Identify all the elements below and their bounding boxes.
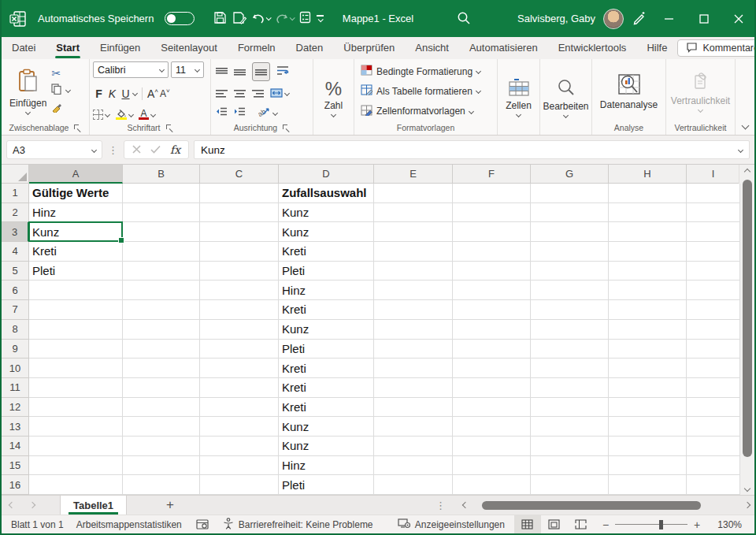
cell-F1[interactable] <box>453 184 531 203</box>
merge-center-button[interactable] <box>270 87 289 101</box>
macro-record-icon[interactable] <box>191 515 213 534</box>
cell-B5[interactable] <box>123 262 200 281</box>
font-color-button[interactable]: A <box>139 110 155 121</box>
cell-E16[interactable] <box>374 475 453 495</box>
align-bottom-button[interactable] <box>252 62 270 81</box>
cell-H13[interactable] <box>609 417 687 437</box>
cell-D12[interactable]: Kreti <box>279 398 374 418</box>
cell-B8[interactable] <box>123 320 200 340</box>
cell-A13[interactable] <box>29 417 123 437</box>
undo-button[interactable] <box>252 13 270 24</box>
font-size-select[interactable]: 11 <box>171 61 204 78</box>
cell-E11[interactable] <box>374 378 453 398</box>
row-header-6[interactable]: 6 <box>2 281 29 300</box>
clipboard-dialog-launcher[interactable] <box>73 124 81 132</box>
save-icon[interactable] <box>213 11 227 27</box>
font-dialog-launcher[interactable] <box>165 124 173 132</box>
cell-C13[interactable] <box>200 417 279 437</box>
cell-B4[interactable] <box>123 242 200 262</box>
cell-C9[interactable] <box>200 340 279 359</box>
decrease-font-button[interactable]: A˅ <box>160 87 170 99</box>
cell-G5[interactable] <box>531 262 609 281</box>
cell-E2[interactable] <box>374 203 453 223</box>
cell-G9[interactable] <box>531 340 609 359</box>
cell-I16[interactable] <box>687 475 740 495</box>
cell-D11[interactable]: Kreti <box>279 378 374 398</box>
cell-F8[interactable] <box>453 320 531 340</box>
cell-C15[interactable] <box>200 456 279 476</box>
borders-button[interactable] <box>93 110 109 120</box>
cell-C1[interactable] <box>200 184 279 203</box>
vertical-scroll-thumb[interactable] <box>743 180 752 457</box>
cell-B14[interactable] <box>123 437 200 456</box>
cell-F4[interactable] <box>453 242 531 262</box>
row-header-8[interactable]: 8 <box>2 320 29 340</box>
align-top-button[interactable] <box>216 67 228 76</box>
row-header-4[interactable]: 4 <box>2 242 29 262</box>
cell-E5[interactable] <box>374 262 453 281</box>
cell-H2[interactable] <box>609 203 687 223</box>
underline-button[interactable]: U <box>120 87 132 100</box>
cell-I7[interactable] <box>687 300 740 320</box>
cell-A10[interactable] <box>29 359 123 378</box>
cell-E1[interactable] <box>374 184 453 203</box>
column-header-A[interactable]: A <box>29 165 123 184</box>
data-analysis-button[interactable]: Datenanalyse <box>595 72 662 112</box>
undo-dropdown-icon[interactable] <box>266 15 272 20</box>
tab-formeln[interactable]: Formeln <box>228 39 286 58</box>
cell-C2[interactable] <box>200 203 279 223</box>
scroll-left-icon[interactable] <box>458 503 472 507</box>
align-center-button[interactable] <box>234 89 246 98</box>
cell-F15[interactable] <box>453 456 531 476</box>
cell-I4[interactable] <box>687 242 740 262</box>
cell-C16[interactable] <box>200 475 279 495</box>
expand-formula-bar-icon[interactable] <box>738 147 743 152</box>
minimize-button[interactable] <box>652 0 687 37</box>
cell-G7[interactable] <box>531 300 609 320</box>
cell-E3[interactable] <box>374 222 453 242</box>
cell-I10[interactable] <box>687 359 740 378</box>
cell-G8[interactable] <box>531 320 609 340</box>
cell-G16[interactable] <box>531 475 609 495</box>
normal-view-button[interactable] <box>514 515 541 534</box>
cell-E6[interactable] <box>374 281 453 300</box>
tab-entwicklertools[interactable]: Entwicklertools <box>548 39 637 58</box>
row-header-10[interactable]: 10 <box>2 359 29 378</box>
cell-H9[interactable] <box>609 340 687 359</box>
cell-E9[interactable] <box>374 340 453 359</box>
zoom-in-button[interactable]: + <box>694 518 700 531</box>
bold-button[interactable]: F <box>93 87 105 100</box>
cell-I11[interactable] <box>687 378 740 398</box>
cell-C10[interactable] <box>200 359 279 378</box>
zoom-slider[interactable] <box>615 524 687 526</box>
column-header-H[interactable]: H <box>609 165 687 184</box>
cell-E14[interactable] <box>374 437 453 456</box>
cell-B12[interactable] <box>123 398 200 418</box>
row-header-3[interactable]: 3 <box>2 222 29 242</box>
cell-I12[interactable] <box>687 398 740 418</box>
cell-D2[interactable]: Kunz <box>279 203 374 223</box>
page-break-view-button[interactable] <box>568 515 595 534</box>
whats-new-icon[interactable] <box>632 9 647 28</box>
cell-G15[interactable] <box>531 456 609 476</box>
cell-styles-button[interactable]: Zellenformatvorlagen <box>361 103 494 119</box>
workbook-statistics-button[interactable]: Arbeitsmappenstatistiken <box>73 515 191 534</box>
column-header-B[interactable]: B <box>123 165 200 184</box>
cell-A16[interactable] <box>29 475 123 495</box>
next-sheet-icon[interactable] <box>22 503 43 507</box>
paste-button[interactable]: Einfügen <box>5 61 51 121</box>
align-left-button[interactable] <box>216 89 228 98</box>
cell-A1[interactable]: Gültige Werte <box>29 184 123 203</box>
cell-E8[interactable] <box>374 320 453 340</box>
cell-F2[interactable] <box>453 203 531 223</box>
editing-button[interactable]: Bearbeiten <box>538 76 593 119</box>
cell-H4[interactable] <box>609 242 687 262</box>
cell-C4[interactable] <box>200 242 279 262</box>
cell-H16[interactable] <box>609 475 687 495</box>
add-sheet-button[interactable]: + <box>161 497 179 513</box>
cells-button[interactable]: Zellen <box>501 77 536 118</box>
close-button[interactable] <box>721 0 756 37</box>
cell-H10[interactable] <box>609 359 687 378</box>
row-header-13[interactable]: 13 <box>2 417 29 437</box>
cell-C6[interactable] <box>200 281 279 300</box>
